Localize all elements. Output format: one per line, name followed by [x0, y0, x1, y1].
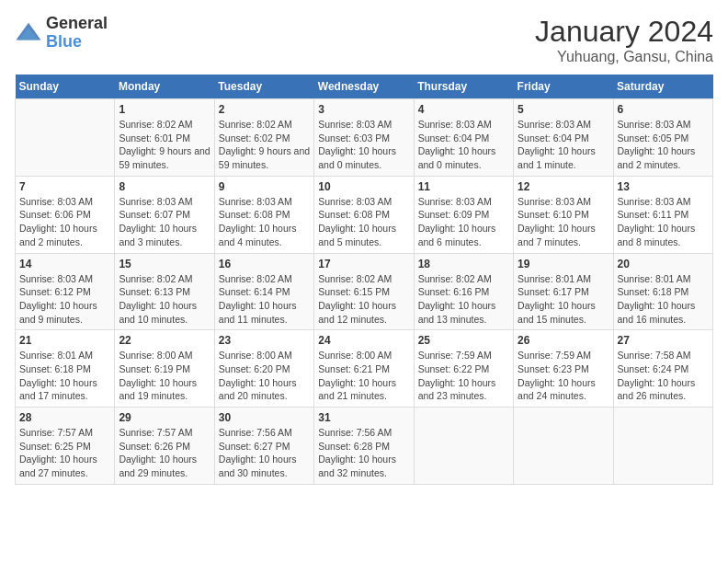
- calendar-cell: 9Sunrise: 8:03 AMSunset: 6:08 PMDaylight…: [214, 176, 313, 253]
- day-info: Sunrise: 8:02 AMSunset: 6:14 PMDaylight:…: [219, 272, 310, 327]
- calendar-header-row: SundayMondayTuesdayWednesdayThursdayFrid…: [16, 75, 713, 99]
- day-info: Sunrise: 8:03 AMSunset: 6:05 PMDaylight:…: [618, 118, 709, 172]
- calendar-week-row: 21Sunrise: 8:01 AMSunset: 6:18 PMDayligh…: [16, 330, 713, 408]
- day-info: Sunrise: 7:56 AMSunset: 6:27 PMDaylight:…: [219, 426, 310, 480]
- day-info: Sunrise: 8:02 AMSunset: 6:13 PMDaylight:…: [119, 272, 210, 327]
- day-info: Sunrise: 8:00 AMSunset: 6:20 PMDaylight:…: [219, 349, 310, 403]
- day-info: Sunrise: 7:58 AMSunset: 6:24 PMDaylight:…: [618, 349, 709, 403]
- day-number: 15: [119, 258, 210, 270]
- day-info: Sunrise: 8:01 AMSunset: 6:18 PMDaylight:…: [19, 349, 110, 403]
- day-number: 7: [19, 180, 110, 193]
- calendar-cell: 30Sunrise: 7:56 AMSunset: 6:27 PMDayligh…: [214, 408, 313, 485]
- day-number: 28: [19, 411, 110, 424]
- day-number: 24: [318, 334, 409, 347]
- day-number: 19: [518, 258, 609, 270]
- day-number: 23: [219, 334, 310, 347]
- day-number: 18: [418, 258, 509, 270]
- calendar-cell: 20Sunrise: 8:01 AMSunset: 6:18 PMDayligh…: [613, 253, 712, 330]
- calendar-week-row: 7Sunrise: 8:03 AMSunset: 6:06 PMDaylight…: [16, 176, 713, 253]
- day-info: Sunrise: 8:03 AMSunset: 6:08 PMDaylight:…: [318, 195, 409, 249]
- day-info: Sunrise: 8:00 AMSunset: 6:19 PMDaylight:…: [119, 349, 210, 403]
- day-info: Sunrise: 8:03 AMSunset: 6:11 PMDaylight:…: [618, 195, 709, 249]
- day-info: Sunrise: 8:03 AMSunset: 6:07 PMDaylight:…: [119, 195, 210, 249]
- calendar-cell: 3Sunrise: 8:03 AMSunset: 6:03 PMDaylight…: [314, 99, 414, 177]
- calendar-table: SundayMondayTuesdayWednesdayThursdayFrid…: [15, 75, 713, 485]
- calendar-cell: 5Sunrise: 8:03 AMSunset: 6:04 PMDaylight…: [514, 99, 613, 177]
- day-number: 10: [318, 180, 409, 193]
- calendar-cell: 25Sunrise: 7:59 AMSunset: 6:22 PMDayligh…: [414, 330, 513, 408]
- day-number: 21: [19, 334, 110, 347]
- day-info: Sunrise: 8:02 AMSunset: 6:16 PMDaylight:…: [418, 272, 509, 327]
- calendar-cell: 7Sunrise: 8:03 AMSunset: 6:06 PMDaylight…: [16, 176, 115, 253]
- calendar-cell: 24Sunrise: 8:00 AMSunset: 6:21 PMDayligh…: [314, 330, 414, 408]
- header-saturday: Saturday: [613, 75, 712, 99]
- calendar-cell: 29Sunrise: 7:57 AMSunset: 6:26 PMDayligh…: [115, 408, 214, 485]
- day-number: 31: [318, 411, 409, 424]
- day-info: Sunrise: 8:03 AMSunset: 6:04 PMDaylight:…: [518, 118, 609, 172]
- calendar-cell: [613, 408, 712, 485]
- header-friday: Friday: [514, 75, 613, 99]
- header-sunday: Sunday: [16, 75, 115, 99]
- calendar-week-row: 14Sunrise: 8:03 AMSunset: 6:12 PMDayligh…: [16, 253, 713, 330]
- calendar-cell: 22Sunrise: 8:00 AMSunset: 6:19 PMDayligh…: [115, 330, 214, 408]
- calendar-cell: [414, 408, 513, 485]
- day-info: Sunrise: 7:57 AMSunset: 6:25 PMDaylight:…: [19, 426, 110, 480]
- calendar-cell: 16Sunrise: 8:02 AMSunset: 6:14 PMDayligh…: [214, 253, 313, 330]
- logo: GeneralBlue: [15, 15, 108, 52]
- day-number: 17: [318, 258, 409, 270]
- calendar-cell: 4Sunrise: 8:03 AMSunset: 6:04 PMDaylight…: [414, 99, 513, 177]
- day-info: Sunrise: 8:01 AMSunset: 6:18 PMDaylight:…: [618, 272, 709, 327]
- calendar-cell: 28Sunrise: 7:57 AMSunset: 6:25 PMDayligh…: [16, 408, 115, 485]
- day-info: Sunrise: 8:03 AMSunset: 6:08 PMDaylight:…: [219, 195, 310, 249]
- day-info: Sunrise: 8:03 AMSunset: 6:06 PMDaylight:…: [19, 195, 110, 249]
- day-info: Sunrise: 8:00 AMSunset: 6:21 PMDaylight:…: [318, 349, 409, 403]
- calendar-cell: [16, 99, 115, 177]
- header-wednesday: Wednesday: [314, 75, 414, 99]
- calendar-cell: 13Sunrise: 8:03 AMSunset: 6:11 PMDayligh…: [613, 176, 712, 253]
- calendar-title: January 2024: [535, 15, 713, 49]
- calendar-cell: 23Sunrise: 8:00 AMSunset: 6:20 PMDayligh…: [214, 330, 313, 408]
- day-info: Sunrise: 7:57 AMSunset: 6:26 PMDaylight:…: [119, 426, 210, 480]
- day-number: 14: [19, 258, 110, 270]
- header-monday: Monday: [115, 75, 214, 99]
- day-number: 5: [518, 103, 609, 116]
- logo-text: GeneralBlue: [46, 15, 108, 52]
- calendar-cell: 14Sunrise: 8:03 AMSunset: 6:12 PMDayligh…: [16, 253, 115, 330]
- day-info: Sunrise: 8:03 AMSunset: 6:12 PMDaylight:…: [19, 272, 110, 327]
- calendar-cell: 1Sunrise: 8:02 AMSunset: 6:01 PMDaylight…: [115, 99, 214, 177]
- day-number: 3: [318, 103, 409, 116]
- header-tuesday: Tuesday: [214, 75, 313, 99]
- calendar-subtitle: Yuhuang, Gansu, China: [535, 49, 713, 65]
- calendar-cell: 31Sunrise: 7:56 AMSunset: 6:28 PMDayligh…: [314, 408, 414, 485]
- day-info: Sunrise: 8:03 AMSunset: 6:09 PMDaylight:…: [418, 195, 509, 249]
- day-number: 1: [119, 103, 210, 116]
- calendar-cell: 27Sunrise: 7:58 AMSunset: 6:24 PMDayligh…: [613, 330, 712, 408]
- calendar-cell: 17Sunrise: 8:02 AMSunset: 6:15 PMDayligh…: [314, 253, 414, 330]
- calendar-cell: [514, 408, 613, 485]
- header-thursday: Thursday: [414, 75, 513, 99]
- day-info: Sunrise: 7:56 AMSunset: 6:28 PMDaylight:…: [318, 426, 409, 480]
- day-number: 29: [119, 411, 210, 424]
- day-number: 6: [618, 103, 709, 116]
- day-info: Sunrise: 8:03 AMSunset: 6:04 PMDaylight:…: [418, 118, 509, 172]
- calendar-cell: 6Sunrise: 8:03 AMSunset: 6:05 PMDaylight…: [613, 99, 712, 177]
- day-info: Sunrise: 8:02 AMSunset: 6:02 PMDaylight:…: [219, 118, 310, 172]
- calendar-cell: 19Sunrise: 8:01 AMSunset: 6:17 PMDayligh…: [514, 253, 613, 330]
- day-info: Sunrise: 8:02 AMSunset: 6:15 PMDaylight:…: [318, 272, 409, 327]
- calendar-cell: 12Sunrise: 8:03 AMSunset: 6:10 PMDayligh…: [514, 176, 613, 253]
- day-number: 30: [219, 411, 310, 424]
- day-info: Sunrise: 8:02 AMSunset: 6:01 PMDaylight:…: [119, 118, 210, 172]
- day-info: Sunrise: 8:03 AMSunset: 6:03 PMDaylight:…: [318, 118, 409, 172]
- calendar-cell: 8Sunrise: 8:03 AMSunset: 6:07 PMDaylight…: [115, 176, 214, 253]
- calendar-week-row: 1Sunrise: 8:02 AMSunset: 6:01 PMDaylight…: [16, 99, 713, 177]
- day-number: 27: [618, 334, 709, 347]
- day-info: Sunrise: 8:03 AMSunset: 6:10 PMDaylight:…: [518, 195, 609, 249]
- day-number: 13: [618, 180, 709, 193]
- day-number: 22: [119, 334, 210, 347]
- day-number: 26: [518, 334, 609, 347]
- day-number: 25: [418, 334, 509, 347]
- calendar-cell: 10Sunrise: 8:03 AMSunset: 6:08 PMDayligh…: [314, 176, 414, 253]
- day-info: Sunrise: 8:01 AMSunset: 6:17 PMDaylight:…: [518, 272, 609, 327]
- day-number: 2: [219, 103, 310, 116]
- calendar-cell: 11Sunrise: 8:03 AMSunset: 6:09 PMDayligh…: [414, 176, 513, 253]
